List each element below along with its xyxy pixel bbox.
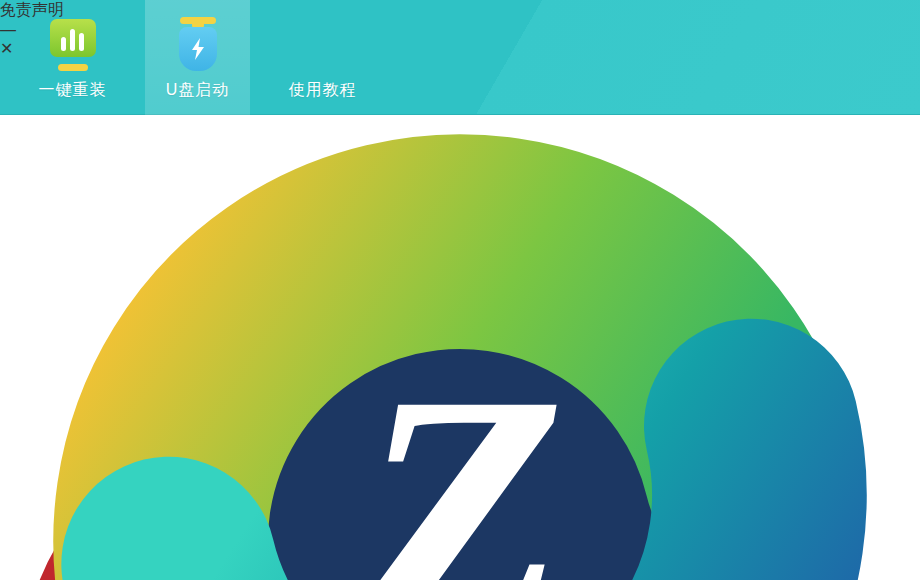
chart-bars-icon [48,16,98,74]
main-nav-tabs: 一键重装 U盘启动 [20,0,375,115]
tab-one-key-reinstall[interactable]: 一键重装 [20,0,125,115]
tab-label: U盘启动 [166,80,230,101]
lightning-bolt-icon [190,38,206,60]
brand-logo: 石大师 装机大师 [0,58,920,580]
tab-usb-boot[interactable]: U盘启动 [145,0,250,115]
tab-label: 使用教程 [289,80,357,101]
usb-shield-icon [173,16,223,74]
book-icon [298,16,348,74]
tab-tutorial[interactable]: 使用教程 [270,0,375,115]
app-header: 一键重装 U盘启动 [0,0,920,115]
swirl-logo-icon [0,58,920,580]
tab-label: 一键重装 [39,80,107,101]
